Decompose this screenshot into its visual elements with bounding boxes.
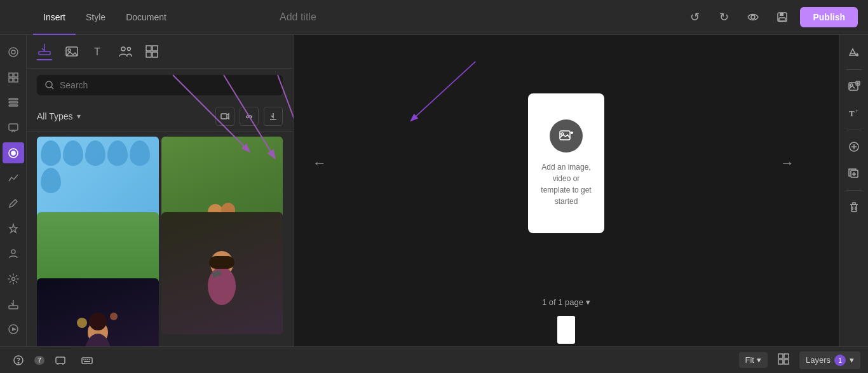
top-bar-center <box>267 11 673 23</box>
svg-text:T: T <box>849 109 855 118</box>
filter-left: All Types ▾ <box>37 111 81 121</box>
insert-icon-upload[interactable] <box>37 43 52 60</box>
sidebar-icon-analytics[interactable] <box>3 167 24 189</box>
svg-rect-89 <box>82 358 92 363</box>
insert-icon-image[interactable] <box>65 44 79 58</box>
image-replace-button[interactable] <box>843 75 865 98</box>
page-thumbnail-strip <box>294 313 839 346</box>
svg-rect-11 <box>9 102 18 103</box>
svg-point-57 <box>110 313 118 320</box>
filter-upload-button[interactable] <box>264 107 283 126</box>
svg-text:T: T <box>94 46 100 57</box>
sidebar-icon-effects[interactable] <box>3 218 24 240</box>
page-indicator-arrow: ▾ <box>586 297 590 307</box>
media-item-party[interactable] <box>37 278 159 346</box>
prev-page-button[interactable]: ← <box>306 149 333 178</box>
title-input[interactable] <box>280 11 470 23</box>
right-toolbar: T+ <box>839 35 868 346</box>
sidebar-icon-people[interactable] <box>3 243 24 264</box>
frame-button[interactable] <box>50 352 71 369</box>
grid-view-button[interactable] <box>773 351 794 370</box>
insert-icon-people[interactable] <box>118 44 132 58</box>
search-bar[interactable] <box>37 75 283 95</box>
next-page-button[interactable]: → <box>774 149 801 178</box>
svg-rect-13 <box>9 124 18 130</box>
media-item-selfie-girl[interactable] <box>161 212 283 334</box>
delete-button[interactable] <box>843 196 865 219</box>
search-input[interactable] <box>60 80 275 90</box>
publish-button[interactable]: Publish <box>800 7 858 27</box>
tab-insert[interactable]: Insert <box>33 7 76 27</box>
svg-point-53 <box>208 267 236 305</box>
svg-line-35 <box>51 87 54 90</box>
sidebar-icon-draw[interactable] <box>3 193 24 214</box>
svg-rect-27 <box>146 46 151 51</box>
svg-line-64 <box>412 62 476 120</box>
tab-group: Insert Style Document <box>33 7 177 27</box>
svg-point-4 <box>9 48 18 57</box>
tab-style[interactable]: Style <box>76 7 116 27</box>
sidebar-icons <box>0 35 27 346</box>
notification-badge: 7 <box>34 356 44 365</box>
svg-rect-2 <box>780 13 783 16</box>
svg-point-15 <box>11 151 15 155</box>
undo-button[interactable]: ↺ <box>683 6 706 29</box>
insert-icon-text[interactable]: T <box>92 44 105 58</box>
tab-document[interactable]: Document <box>116 7 177 27</box>
sidebar-icon-home[interactable] <box>3 41 24 63</box>
svg-rect-30 <box>153 52 158 57</box>
card-text: Add an image, video or template to get s… <box>538 161 594 207</box>
fill-button[interactable] <box>843 41 865 64</box>
sidebar-icon-grid[interactable] <box>3 67 24 88</box>
fit-arrow-icon: ▾ <box>757 355 761 365</box>
filter-link-button[interactable] <box>240 107 259 126</box>
sidebar-icon-settings[interactable] <box>3 268 24 290</box>
filter-label[interactable]: All Types <box>37 111 73 121</box>
keyboard-button[interactable] <box>76 352 98 369</box>
fit-label: Fit <box>745 355 754 365</box>
layers-count: 1 <box>834 355 846 366</box>
insert-panel: T <box>27 35 294 346</box>
svg-rect-98 <box>784 360 789 364</box>
save-button[interactable] <box>771 6 794 29</box>
rt-divider-1 <box>846 69 862 70</box>
svg-rect-28 <box>153 46 158 51</box>
canvas-area: ← Add an image, video or template to get… <box>294 35 839 346</box>
sidebar-icon-layers[interactable] <box>3 92 24 113</box>
duplicate-button[interactable] <box>843 162 865 185</box>
insert-icon-grid[interactable] <box>145 44 159 58</box>
layers-button[interactable]: Layers 1 ▾ <box>799 351 860 369</box>
search-icon <box>44 80 55 90</box>
svg-point-16 <box>11 250 15 254</box>
main-layout: T <box>0 35 868 346</box>
filter-arrow-icon: ▾ <box>77 112 81 121</box>
filter-video-button[interactable] <box>215 107 234 126</box>
top-bar-right: ↺ ↻ Publish <box>673 6 868 29</box>
svg-rect-36 <box>221 114 227 119</box>
svg-rect-10 <box>9 98 18 100</box>
sidebar-icon-play[interactable] <box>3 318 24 340</box>
bottom-bar: 7 Fit ▾ Layers 1 ▾ <box>0 346 868 373</box>
svg-rect-55 <box>209 256 234 269</box>
text-add-button[interactable]: T+ <box>843 102 865 125</box>
top-bar: Insert Style Document ↺ ↻ Publish <box>0 0 868 35</box>
help-button[interactable] <box>8 352 29 369</box>
sidebar-icon-upload[interactable] <box>3 294 24 315</box>
sidebar-icon-brand[interactable] <box>3 142 24 164</box>
svg-rect-6 <box>9 73 13 77</box>
svg-point-0 <box>751 15 755 19</box>
add-element-button[interactable] <box>843 135 865 158</box>
svg-marker-20 <box>12 327 17 331</box>
svg-rect-9 <box>14 78 18 82</box>
top-bar-left: Insert Style Document <box>0 7 267 27</box>
sidebar-icon-comments[interactable] <box>3 117 24 139</box>
page-thumbnail[interactable] <box>557 316 575 344</box>
svg-rect-96 <box>784 354 789 358</box>
preview-button[interactable] <box>742 6 764 29</box>
page-indicator[interactable]: 1 of 1 page ▾ <box>542 297 590 307</box>
insert-icons-row: T <box>27 35 293 69</box>
svg-rect-8 <box>9 78 13 82</box>
redo-button[interactable]: ↻ <box>712 6 735 29</box>
fit-dropdown[interactable]: Fit ▾ <box>739 352 768 368</box>
canvas-bottom: 1 of 1 page ▾ <box>294 291 839 313</box>
